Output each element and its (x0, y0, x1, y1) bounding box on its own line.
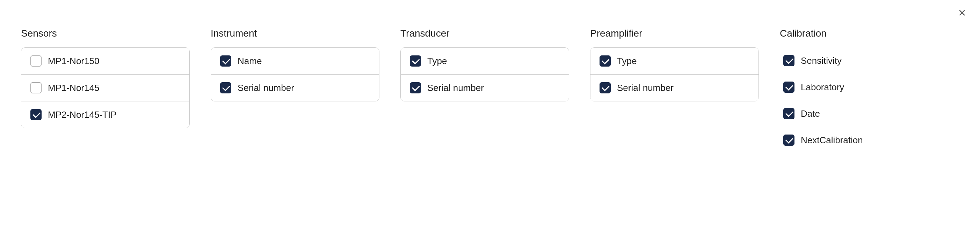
transducer-checkbox-type[interactable] (410, 55, 421, 66)
preamplifier-label-serialnumber: Serial number (617, 82, 674, 93)
sensor-item-mp2nor145tip[interactable]: MP2-Nor145-TIP (21, 101, 189, 128)
preamplifier-label-type: Type (617, 56, 636, 66)
calibration-item-nextcalibration[interactable]: NextCalibration (780, 127, 948, 153)
preamplifier-column: Preamplifier Type Serial number (580, 28, 769, 216)
calibration-checkbox-sensitivity[interactable] (783, 55, 794, 66)
transducer-item-type[interactable]: Type (401, 48, 569, 74)
transducer-title: Transducer (400, 28, 569, 39)
instrument-checkbox-name[interactable] (220, 55, 231, 66)
calibration-group: Sensitivity Laboratory Date NextCalibrat… (780, 47, 948, 153)
preamplifier-item-serialnumber[interactable]: Serial number (590, 74, 759, 101)
calibration-checkbox-laboratory[interactable] (783, 82, 794, 93)
instrument-group: Name Serial number (211, 47, 379, 101)
sensors-column: Sensors MP1-Nor150 MP1-Nor145 MP2-Nor145… (21, 28, 200, 216)
calibration-item-date[interactable]: Date (780, 100, 948, 127)
calibration-label-sensitivity: Sensitivity (801, 55, 842, 66)
preamplifier-checkbox-serialnumber[interactable] (600, 82, 611, 93)
sensors-title: Sensors (21, 28, 190, 39)
transducer-group: Type Serial number (400, 47, 569, 101)
transducer-label-serialnumber: Serial number (427, 82, 484, 93)
calibration-checkbox-nextcalibration[interactable] (783, 134, 794, 146)
close-button[interactable]: ✕ (958, 8, 966, 18)
instrument-label-serialnumber: Serial number (237, 82, 294, 93)
calibration-label-date: Date (801, 108, 820, 119)
sensor-label-mp1nor145: MP1-Nor145 (48, 82, 99, 93)
calibration-item-sensitivity[interactable]: Sensitivity (780, 47, 948, 74)
main-container: Sensors MP1-Nor150 MP1-Nor145 MP2-Nor145… (0, 0, 980, 237)
sensor-checkbox-mp1nor145[interactable] (30, 82, 41, 93)
instrument-label-name: Name (237, 56, 262, 66)
sensor-checkbox-mp1nor150[interactable] (30, 55, 41, 66)
transducer-label-type: Type (427, 56, 447, 66)
calibration-label-laboratory: Laboratory (801, 82, 844, 93)
sensor-label-mp1nor150: MP1-Nor150 (48, 56, 99, 66)
sensor-checkbox-mp2nor145tip[interactable] (30, 109, 41, 120)
sensor-item-mp1nor150[interactable]: MP1-Nor150 (21, 48, 189, 74)
sensor-label-mp2nor145tip: MP2-Nor145-TIP (48, 109, 117, 120)
preamplifier-group: Type Serial number (590, 47, 759, 101)
instrument-column: Instrument Name Serial number (200, 28, 390, 216)
preamplifier-item-type[interactable]: Type (590, 48, 759, 74)
transducer-column: Transducer Type Serial number (390, 28, 580, 216)
transducer-checkbox-serialnumber[interactable] (410, 82, 421, 93)
instrument-title: Instrument (211, 28, 379, 39)
sensors-group: MP1-Nor150 MP1-Nor145 MP2-Nor145-TIP (21, 47, 190, 128)
instrument-item-serialnumber[interactable]: Serial number (211, 74, 379, 101)
calibration-column: Calibration Sensitivity Laboratory Date … (769, 28, 959, 216)
transducer-item-serialnumber[interactable]: Serial number (401, 74, 569, 101)
instrument-item-name[interactable]: Name (211, 48, 379, 74)
instrument-checkbox-serialnumber[interactable] (220, 82, 231, 93)
calibration-checkbox-date[interactable] (783, 108, 794, 119)
sensor-item-mp1nor145[interactable]: MP1-Nor145 (21, 74, 189, 101)
preamplifier-checkbox-type[interactable] (600, 55, 611, 66)
calibration-item-laboratory[interactable]: Laboratory (780, 74, 948, 100)
preamplifier-title: Preamplifier (590, 28, 759, 39)
calibration-title: Calibration (780, 28, 948, 39)
calibration-label-nextcalibration: NextCalibration (801, 135, 863, 146)
